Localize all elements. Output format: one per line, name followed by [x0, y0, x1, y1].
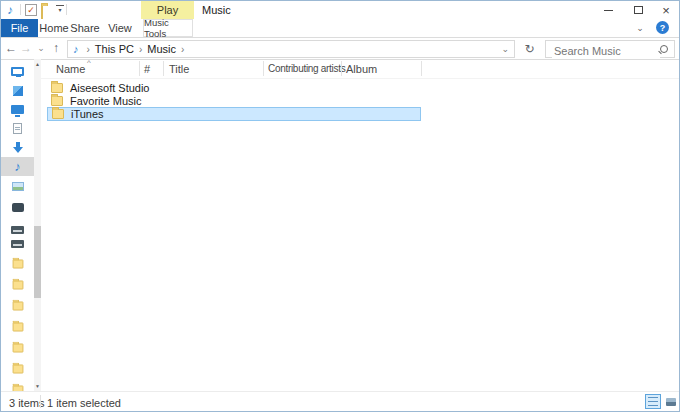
chevron-down-icon: ⌄ — [37, 43, 45, 53]
tab-view[interactable]: View — [105, 19, 135, 37]
folder-icon — [12, 343, 23, 352]
documents-icon — [13, 123, 22, 134]
crumb-separator-icon: › — [87, 44, 90, 55]
close-icon: × — [662, 4, 670, 17]
thumbnails-view-button[interactable] — [663, 394, 679, 409]
sidebar-item-3d-objects[interactable] — [1, 81, 34, 100]
music-icon: ♪ — [14, 160, 21, 173]
minimize-button[interactable] — [593, 1, 623, 19]
customize-qat-button[interactable]: ▾ — [56, 5, 64, 14]
3d-objects-icon — [13, 86, 23, 96]
contextual-group-label: Play — [157, 4, 178, 16]
column-header-contributing-artists[interactable]: Contributing artists — [268, 63, 345, 74]
column-divider[interactable] — [163, 61, 164, 76]
sidebar-item-folder[interactable] — [1, 338, 34, 357]
folder-icon — [12, 259, 23, 268]
help-icon: ? — [660, 23, 666, 33]
sidebar-item-folder[interactable] — [1, 317, 34, 336]
qat-separator — [20, 4, 21, 15]
forward-icon: → — [20, 41, 32, 55]
minimize-icon — [604, 10, 613, 11]
tab-view-label: View — [108, 22, 132, 34]
tab-share[interactable]: Share — [67, 19, 103, 37]
folder-icon — [12, 364, 23, 373]
this-pc-icon — [11, 67, 24, 76]
file-name: Aiseesoft Studio — [70, 82, 150, 94]
tab-file[interactable]: File — [1, 19, 38, 37]
file-row-favorite-music[interactable]: Favorite Music — [47, 94, 421, 107]
file-name: iTunes — [71, 108, 104, 120]
tab-home[interactable]: Home — [37, 19, 71, 37]
file-row-itunes[interactable]: iTunes — [47, 107, 421, 121]
column-divider[interactable] — [421, 61, 422, 76]
tab-home-label: Home — [39, 22, 68, 34]
column-header-album[interactable]: Album — [346, 63, 377, 75]
forward-button[interactable]: → — [19, 39, 33, 57]
window-title: Music — [202, 4, 231, 16]
folder-icon — [12, 301, 23, 310]
sort-ascending-icon: ^ — [87, 58, 91, 67]
close-button[interactable]: × — [651, 1, 680, 19]
ribbon-expand-button[interactable]: ⌄ — [633, 20, 647, 36]
maximize-button[interactable] — [623, 1, 653, 19]
breadcrumb-music[interactable]: Music — [147, 43, 176, 55]
sidebar-item-music[interactable]: ♪ — [1, 157, 34, 176]
details-view-icon — [648, 397, 658, 406]
refresh-button[interactable]: ↻ — [519, 40, 540, 58]
back-button[interactable]: ← — [3, 39, 19, 57]
scroll-down-icon[interactable]: ▼ — [34, 382, 41, 390]
file-row-aiseesoft-studio[interactable]: Aiseesoft Studio — [47, 81, 421, 94]
address-bar[interactable]: ♪ › This PC › Music › ⌄ — [67, 40, 515, 58]
up-icon: ↑ — [53, 41, 59, 55]
recent-locations-button[interactable]: ⌄ — [35, 39, 47, 57]
details-view-button[interactable] — [645, 394, 661, 409]
up-button[interactable]: ↑ — [49, 39, 63, 57]
title-bar: ♪ ✓ ▾ Play Music × — [1, 1, 679, 19]
help-button[interactable]: ? — [656, 21, 669, 34]
refresh-icon: ↻ — [524, 42, 534, 56]
explorer-window: { "window": { "title": "Music" }, "icons… — [0, 0, 680, 412]
column-divider[interactable] — [341, 61, 342, 76]
sidebar-scrollbar[interactable] — [34, 59, 41, 391]
local-disk-icon — [11, 226, 24, 234]
back-icon: ← — [5, 41, 17, 55]
column-divider[interactable] — [139, 61, 140, 76]
sidebar-item-folder[interactable] — [1, 359, 34, 378]
pictures-icon — [12, 182, 24, 191]
scroll-up-icon[interactable]: ▲ — [34, 60, 41, 68]
sidebar-item-desktop[interactable] — [1, 100, 34, 119]
sidebar-item-this-pc[interactable] — [1, 62, 34, 81]
sidebar-item-documents[interactable] — [1, 119, 34, 138]
folder-icon — [12, 280, 23, 289]
sidebar-item-downloads[interactable] — [1, 138, 34, 157]
tab-music-tools[interactable]: Music Tools — [143, 19, 193, 37]
sidebar-item-drive[interactable] — [1, 234, 34, 253]
folder-icon — [51, 83, 63, 93]
search-icon — [660, 45, 668, 53]
search-input[interactable] — [552, 43, 660, 59]
tab-music-tools-label: Music Tools — [144, 17, 192, 39]
properties-button[interactable]: ✓ — [25, 4, 37, 16]
crumb-separator-icon: › — [181, 44, 184, 55]
sidebar-item-pictures[interactable] — [1, 177, 34, 196]
column-header-title[interactable]: Title — [169, 63, 189, 75]
tab-file-label: File — [11, 22, 29, 34]
sidebar-item-folder[interactable] — [1, 296, 34, 315]
sidebar-scrollbar-thumb[interactable] — [34, 226, 41, 298]
column-header-name[interactable]: Name — [56, 63, 85, 75]
sidebar-item-folder[interactable] — [1, 275, 34, 294]
breadcrumb-this-pc[interactable]: This PC — [95, 43, 134, 55]
folder-icon — [52, 109, 64, 119]
maximize-icon — [634, 6, 643, 14]
header-underline — [41, 78, 680, 79]
column-divider[interactable] — [263, 61, 264, 76]
tab-share-label: Share — [70, 22, 99, 34]
thumbnails-view-icon — [666, 398, 676, 406]
sidebar-item-folder[interactable] — [1, 254, 34, 273]
column-header-number[interactable]: # — [144, 63, 150, 75]
selection-count: 1 item selected — [47, 397, 121, 409]
crumb-separator-icon: › — [139, 44, 142, 55]
address-dropdown-icon[interactable]: ⌄ — [501, 44, 509, 54]
folder-icon — [12, 322, 23, 331]
sidebar-item-videos[interactable] — [1, 198, 34, 217]
